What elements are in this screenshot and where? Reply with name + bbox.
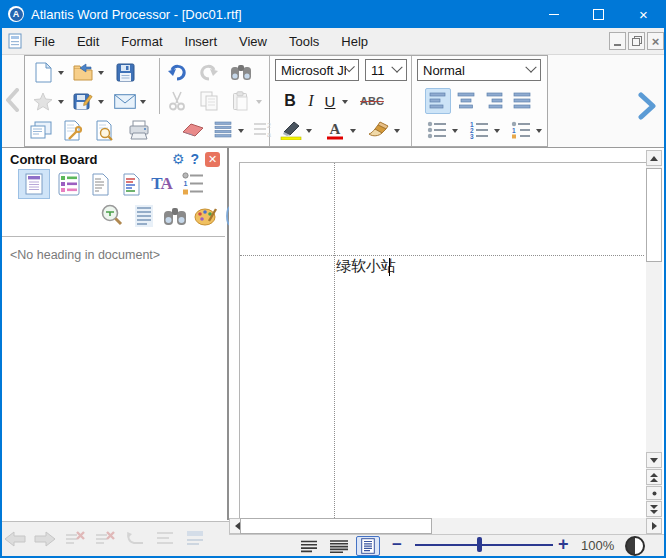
horizontal-scrollbar[interactable] [229, 518, 662, 534]
next-page-button[interactable] [646, 501, 662, 517]
scroll-down-button[interactable] [646, 452, 662, 468]
cut-button[interactable] [165, 88, 189, 114]
sort-button[interactable]: 2 a [251, 117, 275, 143]
undo-button[interactable] [165, 59, 189, 85]
document-map-tab-selected[interactable] [18, 169, 50, 199]
save-as-dropdown-icon[interactable] [98, 100, 104, 104]
paste-button[interactable] [229, 88, 253, 114]
highlight-button[interactable] [279, 117, 303, 143]
email-button[interactable] [113, 88, 137, 114]
bullet-list-dropdown-icon[interactable] [452, 129, 458, 133]
previous-page-button[interactable] [646, 469, 662, 485]
select-browse-object-button[interactable] [646, 486, 662, 500]
maximize-button[interactable] [576, 0, 621, 28]
open-dropdown-icon[interactable] [98, 71, 104, 75]
format-painter-dropdown-icon[interactable] [394, 129, 400, 133]
underline-button[interactable]: U [321, 93, 339, 110]
save-button[interactable] [113, 59, 137, 85]
favorites-button[interactable] [31, 88, 55, 114]
print-layout-button[interactable] [356, 536, 380, 556]
strikethrough-button[interactable]: ABC [357, 95, 387, 107]
control-board-settings-icon[interactable]: ⚙ [172, 152, 185, 166]
mdi-restore-button[interactable] [628, 32, 645, 50]
bold-button[interactable]: B [279, 92, 301, 110]
menu-insert[interactable]: Insert [174, 34, 229, 49]
menu-view[interactable]: View [228, 34, 278, 49]
zoom-tool-tab[interactable] [98, 202, 126, 230]
numbered-list-button[interactable]: 123 [467, 117, 491, 143]
align-right-button[interactable] [481, 88, 507, 114]
document-options-button[interactable] [61, 117, 85, 143]
font-name-combo[interactable]: Microsoft Jh [275, 59, 359, 81]
nav-forward-button[interactable] [30, 526, 60, 552]
copy-button[interactable] [197, 88, 221, 114]
document-menu-icon[interactable] [8, 33, 23, 49]
fonts-tab[interactable]: TA [149, 170, 175, 198]
scroll-up-button[interactable] [646, 150, 662, 166]
scroll-right-button[interactable] [646, 518, 662, 534]
underline-dropdown-icon[interactable] [342, 100, 348, 104]
mdi-close-button[interactable]: × [647, 32, 664, 50]
zoom-slider-thumb[interactable] [477, 537, 482, 552]
draft-view-button[interactable] [297, 536, 321, 556]
vertical-scrollbar[interactable] [646, 150, 662, 518]
new-document-dropdown-icon[interactable] [58, 71, 64, 75]
remove-heading-button[interactable] [60, 526, 90, 552]
zoom-out-button[interactable]: − [392, 535, 402, 555]
bullet-list-button[interactable] [425, 117, 449, 143]
heading-level-button[interactable] [180, 526, 210, 552]
multilevel-list-button[interactable]: 1 [509, 117, 533, 143]
open-button[interactable] [71, 59, 95, 85]
highlight-dropdown-icon[interactable] [306, 129, 312, 133]
horizontal-scroll-thumb[interactable] [240, 518, 432, 534]
zoom-in-button[interactable]: + [558, 534, 569, 555]
italic-button[interactable]: I [301, 92, 321, 110]
zoom-slider-track[interactable] [415, 544, 553, 546]
multilevel-list-dropdown-icon[interactable] [536, 129, 542, 133]
save-as-button[interactable] [71, 88, 95, 114]
eraser-button[interactable] [181, 117, 205, 143]
redo-button[interactable] [197, 59, 221, 85]
web-layout-button[interactable] [327, 536, 351, 556]
remove-all-headings-button[interactable] [90, 526, 120, 552]
favorites-dropdown-icon[interactable] [58, 100, 64, 104]
toolbar-scroll-left-icon[interactable] [4, 88, 20, 112]
paste-dropdown-icon[interactable] [256, 100, 262, 104]
font-color-dropdown-icon[interactable] [350, 129, 356, 133]
control-board-close-icon[interactable]: ✕ [205, 152, 220, 167]
email-dropdown-icon[interactable] [140, 100, 146, 104]
contrast-toggle-icon[interactable] [625, 536, 645, 556]
document-properties-button[interactable] [29, 117, 53, 143]
control-board-help-icon[interactable]: ? [190, 151, 199, 167]
headings-tab[interactable] [56, 170, 82, 198]
document-area[interactable]: 绿软小站 [229, 148, 646, 518]
minimize-button[interactable] [531, 0, 576, 28]
overview-tab[interactable] [87, 170, 113, 198]
font-size-combo[interactable]: 11 [365, 59, 407, 81]
nav-back-button[interactable] [0, 526, 30, 552]
outline-tab[interactable]: 1 [180, 170, 206, 198]
new-document-button[interactable] [31, 59, 55, 85]
review-tab[interactable] [118, 170, 144, 198]
demote-heading-button[interactable] [120, 526, 150, 552]
more-toolbars-icon[interactable] [636, 92, 658, 120]
menu-help[interactable]: Help [330, 34, 379, 49]
menu-file[interactable]: File [23, 34, 66, 49]
menu-format[interactable]: Format [110, 34, 173, 49]
paragraph-marks-button[interactable] [211, 117, 235, 143]
close-button[interactable]: × [621, 0, 666, 28]
paragraphs-tab[interactable] [131, 202, 157, 230]
document-text[interactable]: 绿软小站 [336, 257, 396, 276]
menu-tools[interactable]: Tools [278, 34, 330, 49]
menu-edit[interactable]: Edit [66, 34, 110, 49]
numbered-list-dropdown-icon[interactable] [494, 129, 500, 133]
style-combo[interactable]: Normal [417, 59, 541, 81]
align-center-button[interactable] [453, 88, 479, 114]
justify-button[interactable] [509, 88, 535, 114]
search-tab[interactable] [162, 202, 188, 230]
theme-tab[interactable] [193, 202, 219, 230]
find-button[interactable] [229, 59, 253, 85]
print-button[interactable] [127, 117, 151, 143]
print-preview-button[interactable] [93, 117, 117, 143]
vertical-scroll-thumb[interactable] [646, 168, 662, 262]
